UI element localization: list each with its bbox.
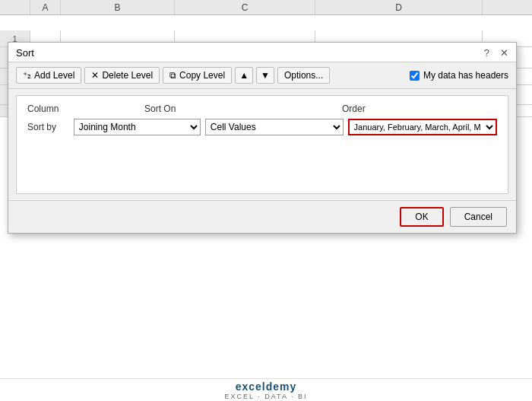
column-header: Column bbox=[27, 103, 88, 114]
watermark-brand: exceldemy bbox=[236, 380, 297, 393]
sort-by-column-select[interactable]: Joining Month bbox=[74, 119, 201, 135]
col-a-header: A bbox=[30, 0, 61, 14]
dialog-footer: OK Cancel bbox=[8, 200, 516, 233]
copy-level-label: Copy Level bbox=[179, 70, 225, 81]
copy-level-icon: ⧉ bbox=[169, 70, 176, 81]
column-headers: A B C D bbox=[0, 0, 532, 15]
col-c-header: C bbox=[175, 0, 315, 14]
my-data-headers-checkbox[interactable] bbox=[410, 71, 420, 81]
col-d-header: D bbox=[315, 0, 483, 14]
corner-cell bbox=[0, 0, 30, 14]
spreadsheet: A B C D 1 2 Sort Excel Sheet by Month Na… bbox=[0, 0, 532, 401]
ok-button[interactable]: OK bbox=[400, 207, 443, 227]
down-icon: ▼ bbox=[261, 70, 270, 81]
add-level-icon: ⁺₂ bbox=[23, 70, 31, 81]
dialog-toolbar: ⁺₂ Add Level ✕ Delete Level ⧉ Copy Level… bbox=[8, 62, 516, 89]
delete-level-button[interactable]: ✕ Delete Level bbox=[84, 67, 160, 84]
my-data-headers-container: My data has headers bbox=[410, 70, 508, 81]
dialog-title-controls: ? ✕ bbox=[484, 47, 508, 59]
delete-level-icon: ✕ bbox=[91, 70, 99, 81]
add-level-button[interactable]: ⁺₂ Add Level bbox=[16, 67, 81, 84]
sort-content: Column Sort On Order Sort by Joining Mon… bbox=[16, 95, 508, 194]
watermark: exceldemy EXCEL · DATA · BI bbox=[0, 378, 532, 401]
options-label: Options... bbox=[284, 70, 323, 81]
sort-order-select[interactable]: January, February, March, April, M bbox=[348, 119, 497, 135]
close-button[interactable]: ✕ bbox=[500, 47, 508, 59]
move-up-button[interactable]: ▲ bbox=[235, 67, 253, 84]
cancel-button[interactable]: Cancel bbox=[450, 207, 507, 227]
col-b-header: B bbox=[61, 0, 175, 14]
sort-by-label: Sort by bbox=[27, 122, 74, 132]
sort-headers-row: Column Sort On Order bbox=[27, 103, 497, 114]
dialog-title: Sort bbox=[16, 47, 34, 59]
order-header: Order bbox=[337, 103, 497, 114]
copy-level-button[interactable]: ⧉ Copy Level bbox=[163, 67, 232, 84]
dialog-title-bar: Sort ? ✕ bbox=[8, 43, 516, 62]
sort-by-row: Sort by Joining Month Cell Values Januar… bbox=[27, 119, 497, 135]
my-data-headers-label: My data has headers bbox=[423, 70, 508, 81]
sort-on-select[interactable]: Cell Values bbox=[205, 119, 344, 135]
options-button[interactable]: Options... bbox=[277, 67, 330, 84]
delete-level-label: Delete Level bbox=[102, 70, 153, 81]
move-down-button[interactable]: ▼ bbox=[256, 67, 274, 84]
help-button[interactable]: ? bbox=[484, 47, 489, 59]
up-icon: ▲ bbox=[239, 70, 249, 81]
sort-on-header: Sort On bbox=[140, 103, 322, 114]
watermark-inner: exceldemy EXCEL · DATA · BI bbox=[225, 380, 308, 400]
add-level-label: Add Level bbox=[34, 70, 74, 81]
sort-dialog: Sort ? ✕ ⁺₂ Add Level ✕ Delete Level ⧉ C… bbox=[8, 42, 517, 234]
watermark-sub: EXCEL · DATA · BI bbox=[225, 393, 308, 400]
